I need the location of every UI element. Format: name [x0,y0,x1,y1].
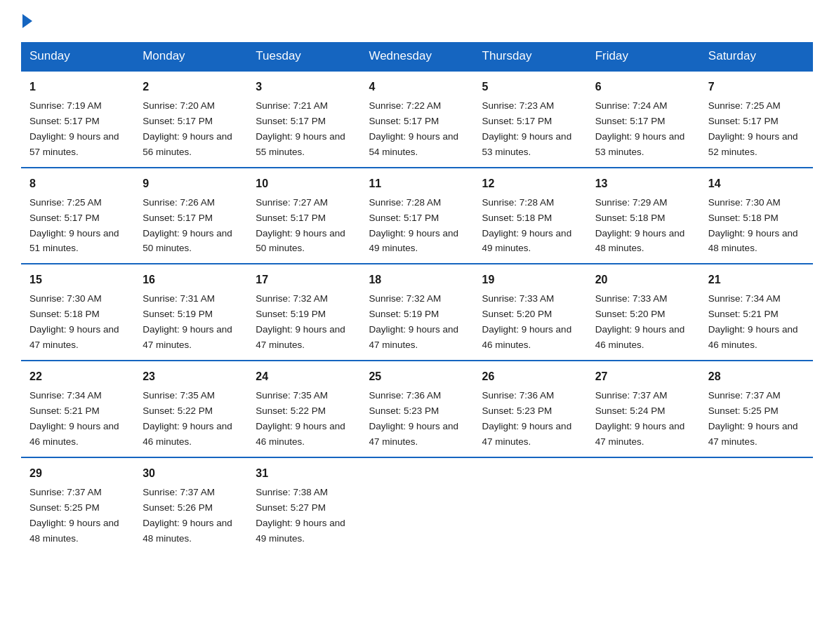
day-number: 1 [29,79,126,95]
calendar-cell: 19 Sunrise: 7:33 AMSunset: 5:20 PMDaylig… [474,264,587,361]
day-number: 16 [143,271,239,288]
day-number: 12 [482,175,578,192]
day-number: 21 [708,271,805,288]
day-number: 25 [369,368,465,385]
day-number: 17 [256,271,352,288]
header-saturday: Saturday [700,42,813,71]
day-info: Sunrise: 7:34 AMSunset: 5:21 PMDaylight:… [708,293,798,350]
day-info: Sunrise: 7:29 AMSunset: 5:18 PMDaylight:… [595,197,685,254]
day-info: Sunrise: 7:32 AMSunset: 5:19 PMDaylight:… [369,293,458,350]
calendar-cell: 18 Sunrise: 7:32 AMSunset: 5:19 PMDaylig… [360,264,473,361]
day-info: Sunrise: 7:20 AMSunset: 5:17 PMDaylight:… [143,100,232,157]
day-number: 11 [369,175,465,192]
day-number: 7 [708,79,805,95]
day-info: Sunrise: 7:30 AMSunset: 5:18 PMDaylight:… [29,293,119,350]
day-info: Sunrise: 7:38 AMSunset: 5:27 PMDaylight:… [256,487,345,544]
day-number: 2 [143,79,239,95]
day-number: 28 [708,368,805,385]
calendar-cell: 31 Sunrise: 7:38 AMSunset: 5:27 PMDaylig… [247,457,360,554]
day-number: 4 [369,79,465,95]
calendar-cell: 3 Sunrise: 7:21 AMSunset: 5:17 PMDayligh… [247,71,360,168]
calendar-cell [474,457,587,554]
day-number: 13 [595,175,691,192]
day-info: Sunrise: 7:23 AMSunset: 5:17 PMDaylight:… [482,100,572,157]
calendar-cell: 4 Sunrise: 7:22 AMSunset: 5:17 PMDayligh… [360,71,473,168]
calendar-cell: 23 Sunrise: 7:35 AMSunset: 5:22 PMDaylig… [134,361,247,457]
calendar-cell: 9 Sunrise: 7:26 AMSunset: 5:17 PMDayligh… [134,168,247,264]
calendar-cell: 25 Sunrise: 7:36 AMSunset: 5:23 PMDaylig… [360,361,473,457]
calendar-cell: 8 Sunrise: 7:25 AMSunset: 5:17 PMDayligh… [21,168,134,264]
calendar-cell: 7 Sunrise: 7:25 AMSunset: 5:17 PMDayligh… [700,71,813,168]
day-info: Sunrise: 7:32 AMSunset: 5:19 PMDaylight:… [256,293,345,350]
calendar-cell: 15 Sunrise: 7:30 AMSunset: 5:18 PMDaylig… [21,264,134,361]
header-thursday: Thursday [474,42,587,71]
day-info: Sunrise: 7:33 AMSunset: 5:20 PMDaylight:… [482,293,572,350]
day-number: 10 [256,175,352,192]
day-info: Sunrise: 7:37 AMSunset: 5:24 PMDaylight:… [595,390,685,447]
calendar-week-2: 8 Sunrise: 7:25 AMSunset: 5:17 PMDayligh… [21,168,813,264]
calendar-cell: 28 Sunrise: 7:37 AMSunset: 5:25 PMDaylig… [700,361,813,457]
calendar-cell: 13 Sunrise: 7:29 AMSunset: 5:18 PMDaylig… [587,168,700,264]
day-info: Sunrise: 7:25 AMSunset: 5:17 PMDaylight:… [708,100,798,157]
calendar-cell: 6 Sunrise: 7:24 AMSunset: 5:17 PMDayligh… [587,71,700,168]
calendar-cell: 26 Sunrise: 7:36 AMSunset: 5:23 PMDaylig… [474,361,587,457]
header-friday: Friday [587,42,700,71]
day-number: 27 [595,368,691,385]
day-info: Sunrise: 7:35 AMSunset: 5:22 PMDaylight:… [256,390,345,447]
day-number: 30 [143,465,239,482]
calendar-cell: 12 Sunrise: 7:28 AMSunset: 5:18 PMDaylig… [474,168,587,264]
day-number: 20 [595,271,691,288]
day-info: Sunrise: 7:36 AMSunset: 5:23 PMDaylight:… [369,390,458,447]
calendar-week-4: 22 Sunrise: 7:34 AMSunset: 5:21 PMDaylig… [21,361,813,457]
day-info: Sunrise: 7:27 AMSunset: 5:17 PMDaylight:… [256,197,345,254]
day-info: Sunrise: 7:31 AMSunset: 5:19 PMDaylight:… [143,293,232,350]
day-info: Sunrise: 7:36 AMSunset: 5:23 PMDaylight:… [482,390,572,447]
day-info: Sunrise: 7:28 AMSunset: 5:17 PMDaylight:… [369,197,458,254]
logo [21,14,34,28]
calendar-cell: 30 Sunrise: 7:37 AMSunset: 5:26 PMDaylig… [134,457,247,554]
day-number: 24 [256,368,352,385]
calendar-cell: 11 Sunrise: 7:28 AMSunset: 5:17 PMDaylig… [360,168,473,264]
day-number: 22 [29,368,126,385]
day-info: Sunrise: 7:25 AMSunset: 5:17 PMDaylight:… [29,197,119,254]
calendar-cell: 1 Sunrise: 7:19 AMSunset: 5:17 PMDayligh… [21,71,134,168]
calendar-cell [360,457,473,554]
calendar-table: SundayMondayTuesdayWednesdayThursdayFrid… [21,42,813,553]
logo-triangle-icon [22,14,32,28]
day-info: Sunrise: 7:22 AMSunset: 5:17 PMDaylight:… [369,100,458,157]
day-info: Sunrise: 7:24 AMSunset: 5:17 PMDaylight:… [595,100,685,157]
day-number: 14 [708,175,805,192]
header-wednesday: Wednesday [360,42,473,71]
calendar-cell: 2 Sunrise: 7:20 AMSunset: 5:17 PMDayligh… [134,71,247,168]
calendar-cell [700,457,813,554]
calendar-cell: 16 Sunrise: 7:31 AMSunset: 5:19 PMDaylig… [134,264,247,361]
calendar-cell [587,457,700,554]
day-number: 19 [482,271,578,288]
day-info: Sunrise: 7:37 AMSunset: 5:25 PMDaylight:… [29,487,119,544]
day-info: Sunrise: 7:37 AMSunset: 5:25 PMDaylight:… [708,390,798,447]
header-tuesday: Tuesday [247,42,360,71]
day-number: 23 [143,368,239,385]
day-info: Sunrise: 7:37 AMSunset: 5:26 PMDaylight:… [143,487,232,544]
day-info: Sunrise: 7:19 AMSunset: 5:17 PMDaylight:… [29,100,119,157]
day-info: Sunrise: 7:21 AMSunset: 5:17 PMDaylight:… [256,100,345,157]
day-number: 6 [595,79,691,95]
day-number: 15 [29,271,126,288]
day-number: 3 [256,79,352,95]
calendar-cell: 14 Sunrise: 7:30 AMSunset: 5:18 PMDaylig… [700,168,813,264]
day-info: Sunrise: 7:35 AMSunset: 5:22 PMDaylight:… [143,390,232,447]
calendar-header-row: SundayMondayTuesdayWednesdayThursdayFrid… [21,42,813,71]
day-info: Sunrise: 7:33 AMSunset: 5:20 PMDaylight:… [595,293,685,350]
day-info: Sunrise: 7:26 AMSunset: 5:17 PMDaylight:… [143,197,232,254]
header-sunday: Sunday [21,42,134,71]
day-info: Sunrise: 7:34 AMSunset: 5:21 PMDaylight:… [29,390,119,447]
calendar-cell: 17 Sunrise: 7:32 AMSunset: 5:19 PMDaylig… [247,264,360,361]
calendar-cell: 5 Sunrise: 7:23 AMSunset: 5:17 PMDayligh… [474,71,587,168]
day-number: 9 [143,175,239,192]
day-info: Sunrise: 7:30 AMSunset: 5:18 PMDaylight:… [708,197,798,254]
calendar-cell: 21 Sunrise: 7:34 AMSunset: 5:21 PMDaylig… [700,264,813,361]
calendar-cell: 29 Sunrise: 7:37 AMSunset: 5:25 PMDaylig… [21,457,134,554]
day-number: 26 [482,368,578,385]
calendar-cell: 22 Sunrise: 7:34 AMSunset: 5:21 PMDaylig… [21,361,134,457]
calendar-week-3: 15 Sunrise: 7:30 AMSunset: 5:18 PMDaylig… [21,264,813,361]
